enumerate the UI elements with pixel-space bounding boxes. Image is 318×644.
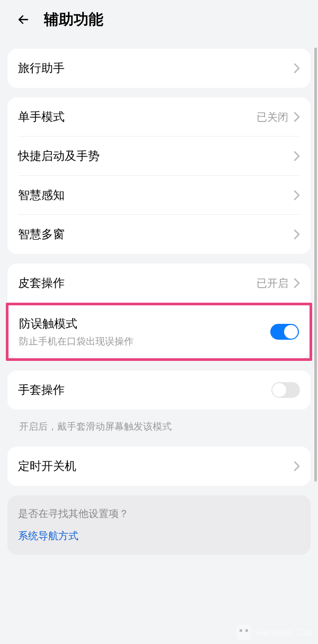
back-icon[interactable]	[16, 12, 31, 27]
value-cover: 已开启	[257, 276, 288, 291]
footer-link-system-nav[interactable]: 系统导航方式	[18, 529, 300, 543]
card-travel: 旅行助手	[7, 49, 311, 88]
row-travel-assistant[interactable]: 旅行助手	[7, 49, 311, 88]
label-smart-sense: 智慧感知	[18, 187, 294, 203]
label-shortcuts: 快捷启动及手势	[18, 148, 294, 164]
card-interaction: 单手模式 已关闭 快捷启动及手势 智慧感知	[7, 97, 311, 254]
chevron-right-icon	[294, 229, 300, 240]
row-cover-operation[interactable]: 皮套操作 已开启	[7, 264, 311, 303]
row-one-hand-mode[interactable]: 单手模式 已关闭	[7, 97, 311, 137]
toggle-mistouch[interactable]	[270, 324, 299, 340]
footer-question: 是否在寻找其他设置项？	[18, 507, 300, 521]
subtitle-mistouch: 防止手机在口袋出现误操作	[19, 335, 270, 348]
card-mistouch: 防误触模式 防止手机在口袋出现误操作	[8, 305, 310, 358]
label-cover: 皮套操作	[18, 275, 257, 291]
label-travel-assistant: 旅行助手	[18, 60, 294, 76]
label-one-hand: 单手模式	[18, 109, 257, 125]
value-one-hand: 已关闭	[257, 110, 288, 124]
label-mistouch: 防误触模式	[19, 316, 270, 332]
row-smart-sense[interactable]: 智慧感知	[7, 176, 311, 215]
chevron-right-icon	[294, 112, 300, 122]
row-shortcuts-gestures[interactable]: 快捷启动及手势	[7, 137, 311, 176]
watermark: Handset Cat	[230, 621, 318, 644]
row-scheduled-power[interactable]: 定时开关机	[7, 447, 311, 486]
row-mistouch-mode[interactable]: 防误触模式 防止手机在口袋出现误操作	[8, 305, 310, 358]
label-schedule: 定时开关机	[18, 458, 294, 474]
row-smart-multiwindow[interactable]: 智慧多窗	[7, 215, 311, 254]
header: 辅助功能	[0, 0, 318, 39]
scrollbar[interactable]	[314, 48, 317, 482]
card-cover: 皮套操作 已开启	[7, 264, 311, 303]
toggle-knob	[284, 325, 298, 339]
chevron-right-icon	[294, 278, 300, 288]
chevron-right-icon	[294, 461, 300, 471]
highlight-annotation: 防误触模式 防止手机在口袋出现误操作	[6, 303, 312, 361]
label-glove: 手套操作	[18, 382, 271, 398]
chevron-right-icon	[294, 63, 300, 74]
watermark-cat-icon	[236, 625, 251, 640]
row-glove-operation[interactable]: 手套操作	[7, 370, 311, 410]
card-schedule: 定时开关机	[7, 447, 311, 486]
toggle-knob	[272, 383, 286, 397]
card-glove: 手套操作	[7, 370, 311, 410]
chevron-right-icon	[294, 151, 300, 161]
watermark-text: Handset Cat	[255, 627, 312, 638]
footer-suggestions: 是否在寻找其他设置项？ 系统导航方式	[7, 495, 311, 555]
hint-glove: 开启后，戴手套滑动屏幕触发该模式	[7, 410, 311, 437]
toggle-glove[interactable]	[271, 382, 300, 398]
page-title: 辅助功能	[44, 10, 103, 30]
label-smart-window: 智慧多窗	[18, 226, 294, 242]
chevron-right-icon	[294, 190, 300, 201]
content: 旅行助手 单手模式 已关闭 快捷启动及手势	[0, 49, 318, 555]
